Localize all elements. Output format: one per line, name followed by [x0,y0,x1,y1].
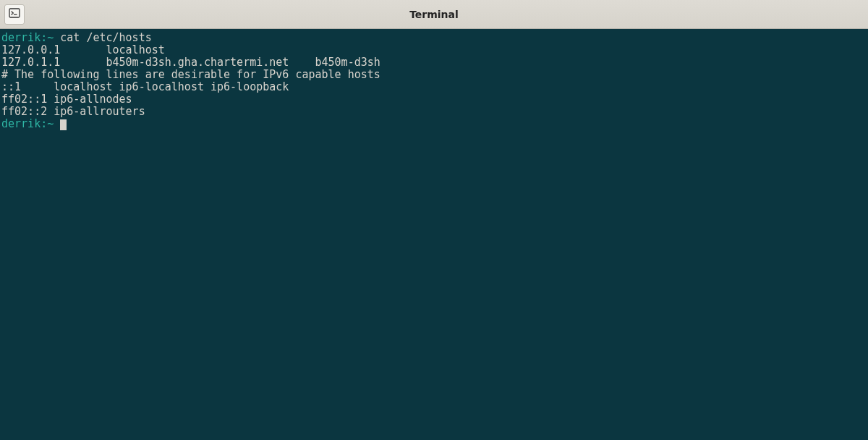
window-title: Terminal [0,9,868,20]
terminal-line: derrik:~ [1,118,867,130]
terminal-cursor [60,119,67,130]
terminal-line: ff02::1 ip6-allnodes [1,93,867,106]
terminal-line: 127.0.0.1 localhost [1,44,867,56]
svg-rect-0 [9,9,20,17]
terminal-line: 127.0.1.1 b450m-d3sh.gha.chartermi.net b… [1,56,867,69]
main-menu-button[interactable] [4,4,25,25]
terminal-line: ff02::2 ip6-allrouters [1,106,867,118]
terminal-line: ::1 localhost ip6-localhost ip6-loopback [1,81,867,93]
terminal-line: derrik:~ cat /etc/hosts [1,32,867,44]
terminal-icon [9,7,20,22]
shell-command [54,117,60,130]
terminal-viewport[interactable]: derrik:~ cat /etc/hosts127.0.0.1 localho… [0,29,868,440]
terminal-line: # The following lines are desirable for … [1,69,867,81]
shell-prompt: derrik:~ [1,117,54,130]
window-titlebar: Terminal [0,0,868,29]
shell-command: cat /etc/hosts [54,31,151,44]
shell-prompt: derrik:~ [1,31,54,44]
